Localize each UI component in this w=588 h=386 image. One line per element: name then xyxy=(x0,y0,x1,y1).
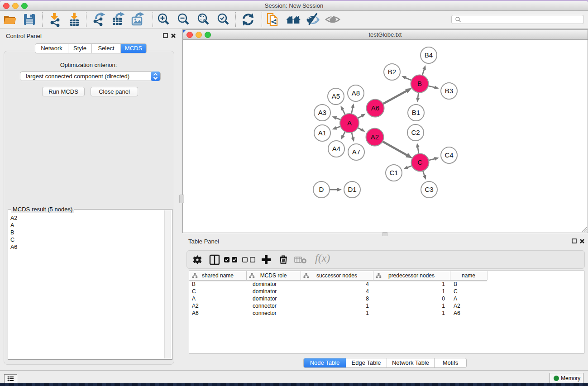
svg-text:A: A xyxy=(347,119,352,127)
svg-text:B4: B4 xyxy=(425,51,433,59)
svg-text:B1: B1 xyxy=(412,109,420,116)
svg-text:C2: C2 xyxy=(411,129,420,136)
svg-text:D1: D1 xyxy=(348,186,356,193)
svg-text:A1: A1 xyxy=(318,129,326,137)
svg-text:A5: A5 xyxy=(332,92,340,100)
svg-text:C: C xyxy=(418,158,423,166)
svg-text:C3: C3 xyxy=(425,186,433,193)
svg-text:A4: A4 xyxy=(332,145,340,152)
svg-text:B: B xyxy=(417,80,422,87)
svg-text:A8: A8 xyxy=(352,89,360,97)
svg-text:A3: A3 xyxy=(318,109,326,116)
svg-text:A7: A7 xyxy=(352,148,360,156)
svg-text:A6: A6 xyxy=(371,104,379,112)
svg-text:D: D xyxy=(319,186,324,193)
svg-text:C1: C1 xyxy=(389,169,398,176)
svg-text:B3: B3 xyxy=(445,87,453,95)
svg-text:B2: B2 xyxy=(388,68,396,76)
svg-text:C4: C4 xyxy=(445,151,453,159)
svg-text:A2: A2 xyxy=(371,133,379,141)
